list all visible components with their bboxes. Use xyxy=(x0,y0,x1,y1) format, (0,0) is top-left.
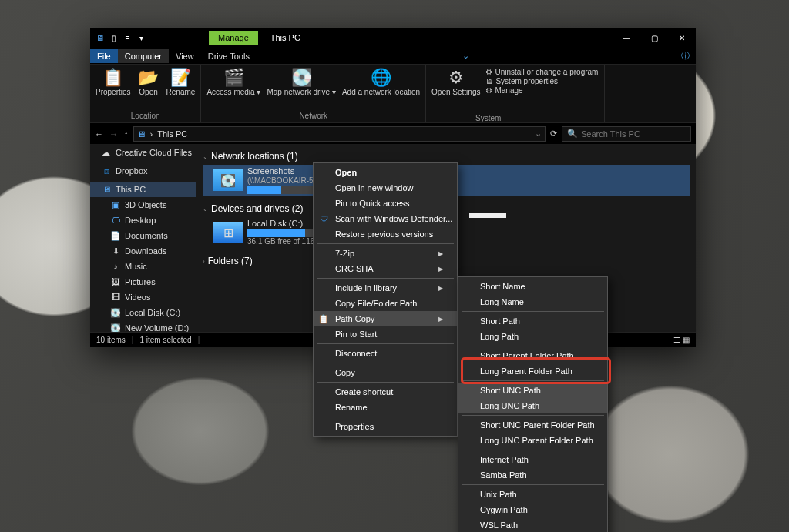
sub-wsl[interactable]: WSL Path xyxy=(458,517,607,532)
ctx-open-new-window[interactable]: Open in new window xyxy=(314,180,457,196)
sidebar-item-desktop[interactable]: 🖵Desktop xyxy=(90,212,196,228)
sub-internet[interactable]: Internet Path xyxy=(458,452,607,467)
ctx-open[interactable]: Open xyxy=(314,165,457,180)
sub-long-unc-parent[interactable]: Long UNC Parent Folder Path xyxy=(458,433,607,448)
ribbon-group-network: 🎬Access media ▾ 💽Map network drive ▾ 🌐Ad… xyxy=(201,65,426,122)
sidebar-item-localdisk[interactable]: 💽Local Disk (C:) xyxy=(90,305,196,320)
sidebar-item-documents[interactable]: 📄Documents xyxy=(90,228,196,243)
sub-short-name[interactable]: Short Name xyxy=(458,279,607,294)
sub-unix[interactable]: Unix Path xyxy=(458,487,607,502)
sub-samba[interactable]: Samba Path xyxy=(458,467,607,483)
dropdown-icon[interactable]: ⌄ xyxy=(455,49,475,63)
document-icon: 📄 xyxy=(110,231,121,241)
chevron-down-icon: ⌄ xyxy=(203,206,208,212)
ribbon-group-system: ⚙Open Settings ⚙Uninstall or change a pr… xyxy=(426,65,605,122)
dropbox-icon: ⧈ xyxy=(101,166,112,176)
ctx-shortcut[interactable]: Create shortcut xyxy=(314,384,457,400)
ctx-library[interactable]: Include in library▶ xyxy=(314,280,457,296)
sub-short-parent[interactable]: Short Parent Folder Path xyxy=(458,348,607,363)
sidebar-item-pictures[interactable]: 🖼Pictures xyxy=(90,274,196,289)
system-props-button[interactable]: 🖥System properties xyxy=(485,77,598,85)
minimize-button[interactable]: — xyxy=(613,28,640,48)
sidebar-item-thispc[interactable]: 🖥This PC xyxy=(90,182,196,197)
refresh-button[interactable]: ⟳ xyxy=(550,129,557,139)
sub-long-name[interactable]: Long Name xyxy=(458,294,607,309)
monitor-icon[interactable]: 🖥 xyxy=(94,32,106,44)
sidebar-item-3dobjects[interactable]: ▣3D Objects xyxy=(90,197,196,212)
ctx-defender[interactable]: 🛡Scan with Windows Defender... xyxy=(314,211,457,226)
breadcrumb-label[interactable]: This PC xyxy=(157,129,187,139)
menubar: File Computer View Drive Tools ⌄ ⓘ xyxy=(90,48,696,65)
group-label: Location xyxy=(93,112,197,121)
view-tiles-icon[interactable]: ▦ xyxy=(683,336,690,344)
status-count: 10 items xyxy=(96,336,126,344)
file-icon[interactable]: ▯ xyxy=(108,32,119,44)
ctx-path-copy[interactable]: 📋Path Copy▶ xyxy=(314,311,457,326)
ctx-copy[interactable]: Copy xyxy=(314,365,457,380)
chevron-down-icon[interactable]: ⌄ xyxy=(535,129,542,139)
dropdown-icon[interactable]: ▾ xyxy=(136,32,147,44)
ctx-7zip[interactable]: 7-Zip▶ xyxy=(314,246,457,261)
sub-long-path[interactable]: Long Path xyxy=(458,329,607,344)
add-location-button[interactable]: 🌐Add a network location xyxy=(340,66,422,112)
ctx-restore[interactable]: Restore previous versions xyxy=(314,226,457,242)
sub-short-unc-parent[interactable]: Short UNC Parent Folder Path xyxy=(458,417,607,433)
uninstall-button[interactable]: ⚙Uninstall or change a program xyxy=(485,68,598,76)
sidebar-item-music[interactable]: ♪Music xyxy=(90,259,196,274)
help-icon[interactable]: ⓘ xyxy=(674,48,696,64)
ctx-pin-quick[interactable]: Pin to Quick access xyxy=(314,196,457,211)
properties-button[interactable]: 📋Properties xyxy=(93,66,133,112)
forward-button[interactable]: → xyxy=(109,129,118,139)
close-button[interactable]: ✕ xyxy=(668,28,696,48)
sub-long-unc[interactable]: Long UNC Path xyxy=(458,398,607,413)
path-input[interactable]: 🖥 › This PC ⌄ xyxy=(133,126,546,142)
ribbon-group-location: 📋Properties 📂Open 📝Rename Location xyxy=(90,65,201,122)
ribbon: 📋Properties 📂Open 📝Rename Location 🎬Acce… xyxy=(90,65,696,123)
search-input[interactable]: 🔍 Search This PC xyxy=(562,126,691,142)
sidebar-item-videos[interactable]: 🎞Videos xyxy=(90,289,196,305)
sub-cygwin[interactable]: Cygwin Path xyxy=(458,502,607,517)
ctx-crc[interactable]: CRC SHA▶ xyxy=(314,261,457,276)
ctx-copy-path[interactable]: Copy File/Folder Path xyxy=(314,296,457,311)
sidebar-item-dropbox[interactable]: ⧈Dropbox xyxy=(90,163,196,179)
ctx-disconnect[interactable]: Disconnect xyxy=(314,346,457,361)
view-details-icon[interactable]: ☰ xyxy=(673,336,680,344)
rename-button[interactable]: 📝Rename xyxy=(164,66,198,112)
manage-button[interactable]: ⚙Manage xyxy=(485,86,598,95)
video-icon: 🎞 xyxy=(110,293,121,302)
menu-file[interactable]: File xyxy=(90,49,118,63)
up-button[interactable]: ↑ xyxy=(124,129,129,139)
context-submenu: Short Name Long Name Short Path Long Pat… xyxy=(458,276,608,532)
search-icon: 🔍 xyxy=(567,129,578,139)
download-icon: ⬇ xyxy=(110,246,121,256)
access-media-button[interactable]: 🎬Access media ▾ xyxy=(204,66,263,112)
sidebar-item-newvolume[interactable]: 💽New Volume (D:) xyxy=(90,320,196,332)
menu-drive-tools[interactable]: Drive Tools xyxy=(201,49,257,63)
sub-short-path[interactable]: Short Path xyxy=(458,313,607,329)
open-settings-button[interactable]: ⚙Open Settings xyxy=(429,66,482,121)
monitor-icon: 🖥 xyxy=(485,77,493,85)
menu-view[interactable]: View xyxy=(169,49,201,63)
breadcrumb[interactable]: › xyxy=(150,129,153,139)
ctx-rename[interactable]: Rename xyxy=(314,400,457,415)
ctx-pin-start[interactable]: Pin to Start xyxy=(314,326,457,342)
sidebar-item-downloads[interactable]: ⬇Downloads xyxy=(90,243,196,259)
maximize-button[interactable]: ▢ xyxy=(640,28,668,48)
sub-short-unc[interactable]: Short UNC Path xyxy=(458,383,607,398)
sidebar-item-ccf[interactable]: ☁Creative Cloud Files xyxy=(90,145,196,160)
chevron-right-icon: › xyxy=(203,258,205,265)
tab-title: This PC xyxy=(261,31,310,45)
context-menu: Open Open in new window Pin to Quick acc… xyxy=(313,162,458,437)
map-drive-button[interactable]: 💽Map network drive ▾ xyxy=(264,66,337,112)
drive-icon: ⊞ xyxy=(213,222,243,243)
equals-icon[interactable]: = xyxy=(122,32,133,44)
tab-manage[interactable]: Manage xyxy=(209,31,258,45)
shield-icon: 🛡 xyxy=(318,214,329,223)
menu-computer[interactable]: Computer xyxy=(118,49,169,63)
back-button[interactable]: ← xyxy=(95,129,103,139)
ctx-properties[interactable]: Properties xyxy=(314,419,457,434)
pc-icon: 🖥 xyxy=(137,129,146,139)
open-button[interactable]: 📂Open xyxy=(135,66,163,112)
section-header[interactable]: ⌄Network locations (1) xyxy=(203,149,690,163)
sub-long-parent[interactable]: Long Parent Folder Path xyxy=(458,363,607,379)
